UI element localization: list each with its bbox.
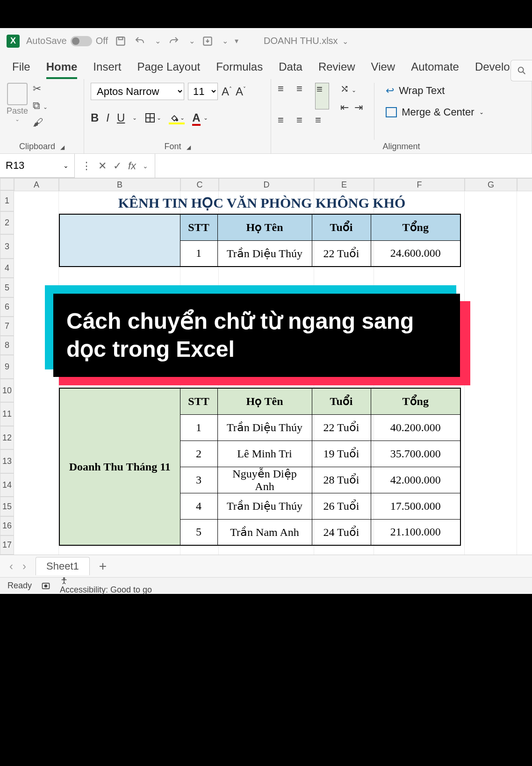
tab-insert[interactable]: Insert bbox=[93, 60, 121, 79]
col-header[interactable]: E bbox=[314, 178, 374, 191]
format-painter-icon[interactable]: 🖌 bbox=[33, 116, 48, 129]
align-center-icon[interactable]: ≡ bbox=[296, 114, 310, 140]
tab-view[interactable]: View bbox=[371, 60, 395, 79]
dialog-launcher-icon[interactable]: ◢ bbox=[187, 144, 191, 151]
download-icon[interactable] bbox=[201, 35, 214, 47]
formula-input[interactable] bbox=[155, 154, 532, 178]
more-icon[interactable]: ⋮ bbox=[81, 160, 92, 172]
sheet-tab-bar: ‹ › Sheet1 + bbox=[0, 555, 532, 577]
chevron-down-icon[interactable]: ⌄ bbox=[143, 162, 148, 170]
select-all-corner[interactable] bbox=[0, 178, 14, 190]
tab-review[interactable]: Review bbox=[318, 60, 355, 79]
row-header[interactable]: 4 bbox=[0, 259, 14, 278]
row-header[interactable]: 14 bbox=[0, 473, 14, 497]
status-bar: Ready Accessibility: Good to go bbox=[0, 577, 532, 594]
table-2: Doanh Thu Tháng 11 STT Họ Tên Tuổi Tổng … bbox=[59, 388, 461, 546]
align-left-icon[interactable]: ≡ bbox=[278, 114, 292, 140]
row-header[interactable]: 17 bbox=[0, 535, 14, 555]
font-size-select[interactable]: 11 bbox=[188, 83, 218, 100]
row-header[interactable]: 7 bbox=[0, 317, 14, 336]
macro-record-icon[interactable] bbox=[41, 581, 50, 591]
row-header[interactable]: 15 bbox=[0, 497, 14, 516]
col-header[interactable]: D bbox=[219, 178, 314, 191]
table2-h-total: Tổng bbox=[371, 388, 460, 414]
fill-color-button[interactable]: ⌄ bbox=[169, 113, 185, 123]
save-icon[interactable] bbox=[115, 35, 127, 47]
col-header[interactable]: B bbox=[59, 178, 180, 191]
sheet-prev-icon[interactable]: ‹ bbox=[9, 560, 13, 573]
col-header[interactable]: G bbox=[465, 178, 517, 191]
filename[interactable]: DOANH THU.xlsx ⌄ bbox=[264, 36, 348, 46]
customize-qat-icon[interactable]: ▾ bbox=[235, 36, 238, 45]
formula-bar-row: R13 ⌄ ⋮ ✕ ✓ fx ⌄ bbox=[0, 154, 532, 178]
row-header[interactable]: 11 bbox=[0, 402, 14, 426]
font-color-button[interactable]: A⌄ bbox=[192, 111, 208, 124]
col-header[interactable]: F bbox=[374, 178, 465, 191]
tab-formulas[interactable]: Formulas bbox=[216, 60, 263, 79]
autosave-label: AutoSave bbox=[26, 36, 67, 46]
row-header[interactable]: 13 bbox=[0, 449, 14, 473]
tab-page-layout[interactable]: Page Layout bbox=[137, 60, 200, 79]
tab-home[interactable]: Home bbox=[46, 60, 78, 79]
tab-file[interactable]: File bbox=[12, 60, 30, 79]
orientation-button[interactable]: ⤭ ⌄ bbox=[340, 83, 363, 95]
wrap-text-button[interactable]: ↩ Wrap Text bbox=[386, 85, 483, 97]
name-box[interactable]: R13 ⌄ bbox=[0, 154, 75, 178]
tab-automate[interactable]: Automate bbox=[411, 60, 459, 79]
row-header[interactable]: 5 bbox=[0, 278, 14, 297]
increase-font-icon[interactable]: A˄ bbox=[222, 85, 232, 98]
row-header[interactable]: 2 bbox=[0, 211, 14, 234]
col-header[interactable]: C bbox=[180, 178, 219, 191]
search-button[interactable] bbox=[510, 60, 532, 81]
row-header[interactable]: 10 bbox=[0, 379, 14, 403]
decrease-indent-icon[interactable]: ⇤ bbox=[340, 101, 349, 113]
undo-icon[interactable] bbox=[133, 36, 146, 47]
increase-indent-icon[interactable]: ⇥ bbox=[354, 101, 363, 113]
row-header[interactable]: 3 bbox=[0, 234, 14, 259]
group-alignment: ≡ ≡ ≡ ≡ ≡ ≡ ⤭ ⌄ ⇤ ⇥ ↩ bbox=[271, 79, 532, 153]
align-top-icon[interactable]: ≡ bbox=[278, 83, 292, 109]
cancel-icon[interactable]: ✕ bbox=[98, 160, 107, 172]
group-alignment-label: Alignment bbox=[278, 140, 525, 152]
col-header[interactable]: H bbox=[517, 178, 532, 191]
tab-data[interactable]: Data bbox=[279, 60, 302, 79]
merge-center-button[interactable]: Merge & Center ⌄ bbox=[386, 106, 483, 118]
row-header[interactable]: 6 bbox=[0, 297, 14, 317]
autosave-toggle[interactable]: AutoSave Off bbox=[26, 36, 108, 46]
add-sheet-button[interactable]: + bbox=[99, 559, 107, 574]
row-header[interactable]: 8 bbox=[0, 336, 14, 355]
decrease-font-icon[interactable]: A˅ bbox=[236, 85, 246, 98]
cut-icon[interactable]: ✂ bbox=[33, 83, 48, 95]
sheet-next-icon[interactable]: › bbox=[22, 560, 26, 573]
row-header[interactable]: 16 bbox=[0, 516, 14, 535]
undo-more-icon[interactable]: ⌄ bbox=[155, 36, 161, 45]
tab-developer[interactable]: Develo bbox=[475, 60, 510, 79]
row-header[interactable]: 1 bbox=[0, 190, 14, 211]
chevron-down-icon: ⌄ bbox=[15, 116, 20, 123]
sheet-tab-active[interactable]: Sheet1 bbox=[36, 557, 90, 575]
italic-button[interactable]: I bbox=[106, 111, 109, 124]
svg-point-6 bbox=[45, 585, 47, 587]
borders-button[interactable]: ⌄ bbox=[144, 112, 161, 123]
accessibility-status[interactable]: Accessibility: Good to go bbox=[60, 577, 152, 595]
group-clipboard: Paste ⌄ ✂ ⧉ ⌄ 🖌 Clipboard ◢ bbox=[0, 79, 84, 153]
enter-icon[interactable]: ✓ bbox=[113, 160, 122, 172]
redo-more-icon[interactable]: ⌄ bbox=[189, 36, 195, 45]
align-middle-icon[interactable]: ≡ bbox=[296, 83, 310, 109]
align-right-icon[interactable]: ≡ bbox=[315, 114, 329, 140]
bold-button[interactable]: B bbox=[91, 111, 99, 124]
col-header[interactable]: A bbox=[14, 178, 59, 191]
underline-button[interactable]: U bbox=[117, 111, 125, 124]
align-bottom-icon[interactable]: ≡ bbox=[315, 83, 329, 109]
row-header[interactable]: 9 bbox=[0, 355, 14, 379]
underline-more-icon[interactable]: ⌄ bbox=[132, 115, 137, 121]
copy-icon[interactable]: ⧉ ⌄ bbox=[33, 100, 48, 112]
dialog-launcher-icon[interactable]: ◢ bbox=[60, 144, 65, 151]
download-more-icon[interactable]: ⌄ bbox=[222, 36, 228, 45]
fx-icon[interactable]: fx bbox=[128, 160, 136, 172]
group-font: Aptos Narrow 11 A˄ A˅ B I U ⌄ ⌄ bbox=[84, 79, 271, 153]
redo-icon[interactable] bbox=[167, 36, 180, 47]
row-header[interactable]: 12 bbox=[0, 426, 14, 450]
paste-button[interactable]: Paste ⌄ bbox=[7, 83, 28, 140]
font-name-select[interactable]: Aptos Narrow bbox=[91, 83, 184, 100]
